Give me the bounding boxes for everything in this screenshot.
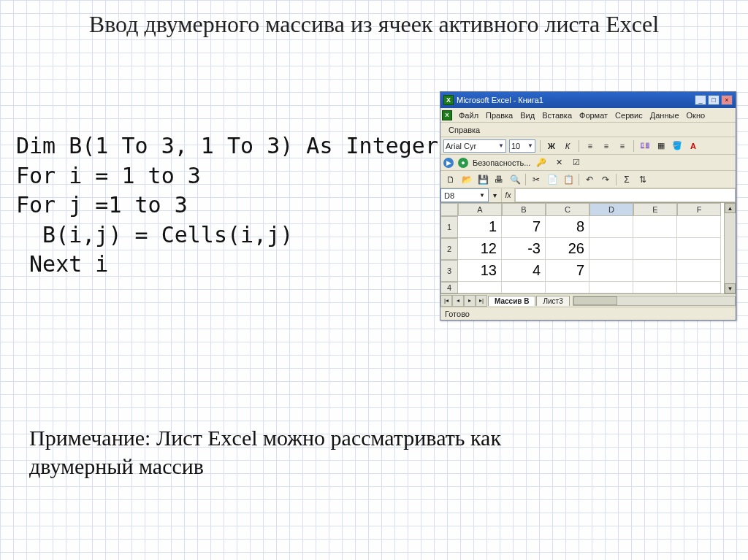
scroll-down-button[interactable]: ▼ <box>725 283 736 294</box>
cell-F3[interactable] <box>677 260 721 282</box>
horizontal-scrollbar[interactable] <box>573 296 736 306</box>
sheet-tab-active[interactable]: Массив В <box>488 296 535 306</box>
row-header-3[interactable]: 3 <box>440 260 458 282</box>
col-header-C[interactable]: C <box>546 203 589 216</box>
row-header-2[interactable]: 2 <box>440 238 458 260</box>
separator <box>525 174 526 185</box>
maximize-button[interactable]: □ <box>708 95 720 105</box>
cell-D2[interactable] <box>589 238 633 260</box>
sort-button[interactable]: ⇅ <box>636 172 650 187</box>
cell-C4[interactable] <box>546 282 589 294</box>
preview-button[interactable]: 🔍 <box>508 172 522 187</box>
open-button[interactable]: 📂 <box>459 172 474 187</box>
security-label[interactable]: Безопасность... <box>473 158 530 167</box>
cell-A1[interactable]: 1 <box>458 216 502 238</box>
cell-B3[interactable]: 4 <box>502 260 546 282</box>
scroll-up-button[interactable]: ▲ <box>725 203 736 213</box>
col-header-D[interactable]: D <box>589 203 633 216</box>
cell-B4[interactable] <box>502 282 546 294</box>
menu-file[interactable]: Файл <box>455 110 482 121</box>
menu-insert[interactable]: Вставка <box>538 110 576 121</box>
format-toolbar: Arial Cyr ▼ 10 ▼ Ж К ≡ ≡ ≡ 💷 ▦ 🪣 A <box>440 137 736 155</box>
fx-button[interactable]: fx <box>502 188 515 202</box>
menu-format[interactable]: Формат <box>576 110 611 121</box>
cell-E2[interactable] <box>633 238 677 260</box>
scroll-thumb[interactable] <box>573 296 617 305</box>
cell-A2[interactable]: 12 <box>458 238 502 260</box>
col-header-B[interactable]: B <box>502 203 546 216</box>
menu-data[interactable]: Данные <box>646 110 683 121</box>
copy-button[interactable]: 📄 <box>545 172 560 187</box>
tab-next-button[interactable]: ▸ <box>464 295 476 307</box>
tab-last-button[interactable]: ▸| <box>476 295 487 307</box>
fill-color-button[interactable]: 🪣 <box>671 139 684 153</box>
font-size-value: 10 <box>511 142 520 150</box>
autosum-button[interactable]: Σ <box>619 172 634 187</box>
security-btn-2[interactable]: ✕ <box>552 156 565 169</box>
currency-button[interactable]: 💷 <box>638 139 652 153</box>
cell-D1[interactable] <box>589 216 633 238</box>
security-icon-2: ● <box>458 158 468 168</box>
cell-D4[interactable] <box>589 282 633 294</box>
font-name-combo[interactable]: Arial Cyr ▼ <box>443 139 506 153</box>
font-color-button[interactable]: A <box>687 139 700 153</box>
print-button[interactable]: 🖶 <box>492 172 506 187</box>
security-btn-1[interactable]: 🔑 <box>535 156 548 169</box>
col-header-F[interactable]: F <box>677 203 721 216</box>
cell-F2[interactable] <box>677 238 721 260</box>
bold-button[interactable]: Ж <box>545 139 558 153</box>
menu-help[interactable]: Справка <box>445 124 484 136</box>
status-text: Готово <box>445 310 470 318</box>
cell-B2[interactable]: -3 <box>502 238 546 260</box>
save-button[interactable]: 💾 <box>476 172 490 187</box>
menu-window[interactable]: Окно <box>683 110 709 121</box>
security-icon: ▶ <box>443 158 454 168</box>
align-center-button[interactable]: ≡ <box>600 139 613 153</box>
menu-view[interactable]: Вид <box>516 110 538 121</box>
menu-edit[interactable]: Правка <box>482 110 516 121</box>
select-all-corner[interactable] <box>440 203 458 216</box>
cell-E4[interactable] <box>633 282 677 294</box>
row-header-4[interactable]: 4 <box>440 282 458 294</box>
name-box[interactable]: D8 ▼ <box>440 188 489 202</box>
cell-F4[interactable] <box>677 282 721 294</box>
cell-E3[interactable] <box>633 260 677 282</box>
new-button[interactable]: 🗋 <box>443 172 458 187</box>
cell-A4[interactable] <box>458 282 502 294</box>
cancel-edit-button[interactable]: ▾ <box>489 188 502 202</box>
tab-prev-button[interactable]: ◂ <box>452 295 464 307</box>
cell-A3[interactable]: 13 <box>458 260 502 282</box>
cell-E1[interactable] <box>633 216 677 238</box>
row-header-1[interactable]: 1 <box>440 216 458 238</box>
cell-B1[interactable]: 7 <box>502 216 546 238</box>
security-btn-3[interactable]: ☑ <box>570 156 583 169</box>
borders-button[interactable]: ▦ <box>654 139 668 153</box>
vertical-scrollbar[interactable]: ▲ ▼ <box>724 203 736 294</box>
cut-button[interactable]: ✂ <box>529 172 543 187</box>
col-header-A[interactable]: A <box>458 203 502 216</box>
redo-button[interactable]: ↷ <box>598 172 613 187</box>
cell-C1[interactable]: 8 <box>546 216 589 238</box>
align-right-button[interactable]: ≡ <box>616 139 629 153</box>
cell-C3[interactable]: 7 <box>546 260 589 282</box>
menu-tools[interactable]: Сервис <box>611 110 646 121</box>
scroll-track[interactable] <box>725 213 736 283</box>
font-size-combo[interactable]: 10 ▼ <box>509 139 535 153</box>
close-button[interactable]: × <box>721 95 733 105</box>
minimize-button[interactable]: _ <box>695 95 706 105</box>
tab-first-button[interactable]: |◂ <box>440 295 452 307</box>
menu-bar: X Файл Правка Вид Вставка Формат Сервис … <box>440 108 736 123</box>
italic-button[interactable]: К <box>561 139 574 153</box>
sheet-tab[interactable]: Лист3 <box>536 296 569 306</box>
titlebar[interactable]: X Microsoft Excel - Книга1 _ □ × <box>440 92 736 108</box>
undo-button[interactable]: ↶ <box>582 172 597 187</box>
cell-C2[interactable]: 26 <box>546 238 589 260</box>
cell-F1[interactable] <box>677 216 721 238</box>
formula-input[interactable] <box>515 188 736 202</box>
cell-D3[interactable] <box>589 260 633 282</box>
separator <box>540 140 541 152</box>
align-left-button[interactable]: ≡ <box>584 139 597 153</box>
col-header-E[interactable]: E <box>633 203 677 216</box>
menu-bar-2: Справка <box>440 123 736 137</box>
paste-button[interactable]: 📋 <box>561 172 576 187</box>
